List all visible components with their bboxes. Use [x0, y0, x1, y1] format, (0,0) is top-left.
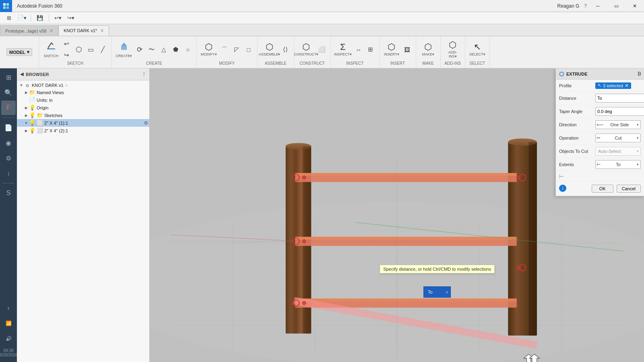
select-button[interactable]: ↖ SELECT▾: [469, 39, 486, 60]
extents-arrow: ▾: [636, 162, 640, 167]
document-icon[interactable]: 📄: [1, 120, 16, 135]
profile-clear-button[interactable]: ✕: [625, 83, 629, 88]
ribbon-create-group: CREATE▾ ⟳ 〜 △ ⬟ ○ CREATE: [112, 36, 197, 68]
display-button[interactable]: ⊞: [365, 44, 376, 55]
toolbar-separator: [31, 14, 31, 22]
extrude-info-button[interactable]: i: [559, 185, 566, 192]
extrude-objects-row: Objects To Cut Auto-Select ▾: [556, 145, 644, 158]
tree-units[interactable]: 📄 Units: in: [17, 96, 149, 104]
tree-2x4-1[interactable]: ▼ 💡 ⬜ 2" X 4" (1):1 ⊙: [17, 119, 149, 127]
2x4-1-extra[interactable]: ⊙: [144, 120, 148, 125]
plane-button[interactable]: ⬜: [317, 44, 327, 55]
model-mode-label: MODEL: [9, 50, 25, 55]
restore-button[interactable]: ▭: [607, 0, 625, 12]
modify-label: MODIFY▾: [201, 52, 217, 56]
shell-button[interactable]: □: [244, 44, 254, 55]
sketches-label: Sketches: [44, 113, 62, 118]
extrude-extents-row: Extents ⊢ To ▾: [556, 158, 644, 171]
fillet-button[interactable]: ⌒: [219, 44, 230, 55]
revolve-button[interactable]: ⟳: [134, 44, 145, 55]
pipe-button[interactable]: ○: [183, 44, 193, 55]
distance-input-overlay[interactable]: ▾: [423, 286, 451, 298]
svg-point-37: [516, 175, 520, 179]
modify-button[interactable]: ⬡ MODIFY▾: [200, 39, 218, 60]
tree-sketches[interactable]: ▶ 💡 📁 Sketches: [17, 111, 149, 119]
taper-input[interactable]: [595, 107, 644, 116]
decal-button[interactable]: 🖼: [402, 44, 413, 55]
tab-1[interactable]: Prototype...tage) v58 ✕: [0, 25, 58, 36]
addins-button[interactable]: ⬡ ADD-INS▾: [444, 39, 462, 60]
joint-button[interactable]: ⟨⟩: [280, 44, 291, 55]
search-icon[interactable]: 🔍: [1, 85, 16, 100]
svg-rect-8: [121, 46, 127, 50]
ok-button[interactable]: OK: [592, 185, 613, 193]
volume-icon[interactable]: 🔊: [1, 331, 16, 346]
browser-collapse-arrow[interactable]: ◀: [20, 72, 23, 77]
tab-2[interactable]: KNOT DARK v1* ✕: [58, 25, 109, 36]
objects-value: Auto-Select ▾: [595, 147, 641, 156]
grid-icon[interactable]: ⊞: [1, 70, 16, 84]
tab-2-label: KNOT DARK v1*: [64, 28, 97, 33]
tree-2x4-2[interactable]: ▶ 💡 ⬜ 2" X 4" (2):1: [17, 127, 149, 134]
root-extra: ○: [65, 83, 68, 88]
download-icon[interactable]: ↓: [1, 166, 16, 181]
model-mode-dropdown[interactable]: MODEL ▾: [6, 48, 32, 56]
canvas-area[interactable]: RIGHT BACK Specify distance, or hold Ctr…: [150, 68, 644, 362]
tab-1-close[interactable]: ✕: [50, 28, 53, 33]
dist-dropdown-arrow[interactable]: ▾: [446, 290, 448, 294]
redo-button[interactable]: ↪▾: [65, 13, 76, 23]
undo-small-button[interactable]: ↩: [62, 39, 72, 49]
tree-named-views[interactable]: ▶ 📁 Named Views: [17, 88, 149, 96]
wifi-icon[interactable]: 📶: [1, 316, 16, 331]
save-button[interactable]: 💾: [34, 13, 45, 23]
extrude-title: EXTRUDE: [566, 72, 588, 76]
close-button[interactable]: ✕: [625, 0, 644, 12]
tree-root[interactable]: ▼ ⊙ KNOT DARK v1 ○: [17, 82, 149, 88]
ribbon-addins-group: ⬡ ADD-INS▾ ADD-INS: [441, 36, 465, 68]
sweep-button[interactable]: 〜: [147, 44, 157, 55]
settings-icon[interactable]: ⚙: [1, 151, 16, 165]
insert-button[interactable]: ⬡ INSERT▾: [383, 39, 400, 60]
chat-icon[interactable]: S: [1, 186, 16, 200]
minimize-button[interactable]: ─: [588, 0, 607, 12]
line-sketch-button[interactable]: ╱: [98, 44, 108, 55]
tree-origin[interactable]: ▶ 💡 Origin: [17, 104, 149, 111]
objects-select[interactable]: Auto-Select ▾: [595, 147, 641, 156]
undo-button[interactable]: ↩▾: [52, 13, 64, 23]
assemble-button[interactable]: ⬡ ASSEMBLE▾: [261, 39, 279, 60]
distance-field[interactable]: [426, 288, 444, 296]
file-button[interactable]: 📄▾: [16, 13, 27, 23]
svg-marker-9: [121, 43, 127, 46]
tab-2-close[interactable]: ✕: [100, 28, 104, 33]
model-icon[interactable]: F: [1, 101, 16, 115]
svg-point-35: [302, 301, 306, 305]
circle-sketch-button[interactable]: ⬡: [74, 44, 84, 55]
loft-button[interactable]: △: [159, 44, 169, 55]
addins-label: ADD-INS▾: [445, 50, 460, 58]
create-extrude-button[interactable]: CREATE▾: [115, 39, 133, 60]
operation-select[interactable]: ✂ Cut ▾: [595, 134, 641, 142]
help-icon[interactable]: ?: [582, 3, 588, 9]
make-icon: ⬡: [424, 43, 432, 51]
extents-select[interactable]: ⊢ To ▾: [595, 160, 641, 169]
rect-sketch-button[interactable]: ▭: [86, 44, 96, 55]
grid-view-button[interactable]: ⊞: [3, 13, 14, 23]
distance-input[interactable]: [595, 94, 644, 103]
chamfer-button[interactable]: ◸: [231, 44, 242, 55]
circle-menu-icon[interactable]: ◉: [1, 136, 16, 150]
sketch-create-button[interactable]: SKETCH: [42, 39, 60, 60]
freeform-button[interactable]: ⬟: [171, 44, 181, 55]
browser-options-icon[interactable]: ⋮: [142, 72, 146, 77]
measure-button[interactable]: ↔: [353, 44, 364, 55]
root-label: KNOT DARK v1: [32, 83, 64, 88]
extrude-expand-icon[interactable]: ⟩⟩: [638, 71, 641, 76]
construct-button[interactable]: ⬡ CONSTRUCT▾: [297, 39, 315, 60]
redo-small-button[interactable]: ↪: [62, 50, 72, 60]
inspect-button[interactable]: Σ INSPECT▾: [334, 39, 352, 60]
expand-icon[interactable]: ›: [1, 301, 16, 315]
direction-select[interactable]: ⟵ One Side ▾: [595, 120, 641, 129]
profile-value: ↖ 3 selected ✕: [595, 82, 641, 89]
cancel-button[interactable]: Cancel: [617, 185, 641, 193]
units-label: Units: in: [37, 98, 53, 103]
make-button[interactable]: ⬡ MAKE▾: [419, 39, 437, 60]
